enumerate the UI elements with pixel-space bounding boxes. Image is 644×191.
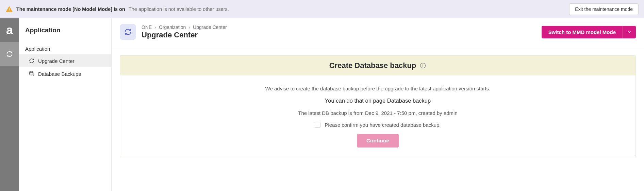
refresh-icon (6, 50, 13, 58)
chevron-right-icon: › (154, 24, 156, 30)
breadcrumb-item[interactable]: Organization (159, 24, 186, 30)
maintenance-banner: The maintenance mode [No Model Mode] is … (0, 0, 644, 18)
refresh-icon (29, 58, 35, 64)
switch-mode-dropdown[interactable] (623, 26, 636, 38)
icon-rail: a (0, 18, 19, 191)
card-body: We advise to create the database backup … (120, 75, 635, 157)
page-header: ONE › Organization › Upgrade Center Upgr… (112, 18, 644, 47)
main-area: ONE › Organization › Upgrade Center Upgr… (112, 18, 644, 191)
info-icon[interactable] (419, 62, 426, 69)
sidebar-section-label: Application (19, 42, 111, 54)
breadcrumb-item-current: Upgrade Center (193, 24, 227, 30)
confirm-checkbox[interactable] (315, 122, 320, 128)
switch-mode-button[interactable]: Switch to MMD model Mode (542, 26, 623, 38)
svg-rect-4 (423, 65, 423, 67)
backup-card: Create Database backup We advise to crea… (120, 55, 636, 157)
continue-button[interactable]: Continue (357, 134, 399, 147)
sidebar-item-upgrade-center[interactable]: Upgrade Center (19, 54, 111, 67)
sidebar-item-label: Database Backups (38, 71, 81, 77)
sidebar-item-label: Upgrade Center (38, 58, 75, 64)
app-logo[interactable]: a (0, 18, 19, 42)
database-icon (29, 71, 35, 77)
svg-rect-0 (9, 8, 10, 10)
sidebar-title: Application (19, 18, 111, 42)
warning-icon (5, 5, 13, 13)
sidebar: Application Application Upgrade Center D… (19, 18, 112, 191)
breadcrumb-item[interactable]: ONE (142, 24, 152, 30)
database-backup-link[interactable]: You can do that on page Database backup (325, 98, 431, 104)
svg-rect-5 (423, 64, 423, 65)
confirm-label[interactable]: Please confirm you have created database… (325, 122, 441, 128)
rail-item-update[interactable] (0, 42, 19, 66)
refresh-icon (124, 28, 132, 36)
latest-backup-text: The latest DB backup is from Dec 9, 2021… (128, 110, 627, 116)
mode-switch-group: Switch to MMD model Mode (542, 26, 636, 38)
chevron-right-icon: › (188, 24, 190, 30)
advice-text: We advise to create the database backup … (128, 86, 627, 91)
svg-point-2 (30, 71, 33, 73)
card-title: Create Database backup (329, 61, 416, 70)
chevron-down-icon (627, 30, 632, 34)
svg-rect-1 (9, 11, 10, 11)
confirm-row: Please confirm you have created database… (128, 122, 627, 128)
page-icon-refresh (120, 24, 136, 40)
maintenance-subtitle: The application is not available to othe… (129, 6, 229, 12)
page-title: Upgrade Center (142, 31, 536, 39)
sidebar-item-database-backups[interactable]: Database Backups (19, 67, 111, 80)
maintenance-title: The maintenance mode [No Model Mode] is … (16, 6, 125, 12)
exit-maintenance-button[interactable]: Exit the maintenance mode (569, 3, 639, 15)
maintenance-text: The maintenance mode [No Model Mode] is … (16, 6, 566, 12)
breadcrumb: ONE › Organization › Upgrade Center (142, 24, 536, 30)
content-area: Create Database backup We advise to crea… (112, 47, 644, 166)
card-header: Create Database backup (120, 56, 635, 75)
